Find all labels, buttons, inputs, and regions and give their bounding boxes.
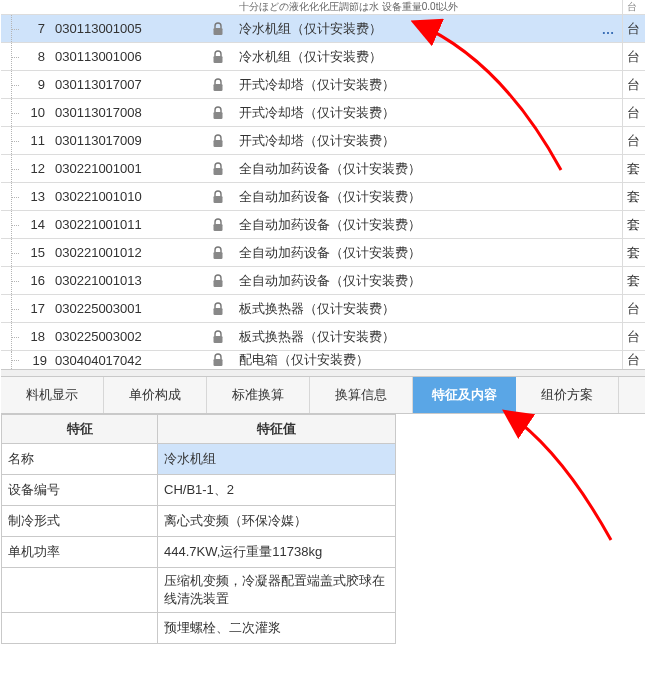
table-row-partial-bottom[interactable]: 19030404017042配电箱（仅计安装费）台 (1, 351, 645, 370)
row-unit: 台 (622, 99, 645, 127)
feature-value[interactable]: 预埋螺栓、二次灌浆 (158, 613, 396, 644)
lock-icon (201, 267, 235, 295)
row-desc[interactable]: 开式冷却塔（仅计安装费） (235, 127, 622, 155)
svg-rect-10 (214, 308, 223, 315)
feature-row[interactable]: 制冷形式离心式变频（环保冷媒） (2, 506, 396, 537)
row-seq: 7 (19, 15, 51, 43)
table-row[interactable]: 11030113017009开式冷却塔（仅计安装费）台 (1, 127, 645, 155)
lock-icon (201, 71, 235, 99)
feature-col-header[interactable]: 特征 (2, 415, 158, 444)
row-seq: 14 (19, 211, 51, 239)
lock-icon (201, 323, 235, 351)
feature-row[interactable]: 预埋螺栓、二次灌浆 (2, 613, 396, 644)
tree-toggle[interactable] (1, 15, 19, 43)
table-row[interactable]: 7030113001005冷水机组（仅计安装费）…台 (1, 15, 645, 43)
table-row[interactable]: 16030221001013全自动加药设备（仅计安装费）套 (1, 267, 645, 295)
row-unit: 台 (622, 15, 645, 43)
row-desc[interactable]: 全自动加药设备（仅计安装费） (235, 183, 622, 211)
feature-value[interactable]: 压缩机变频，冷凝器配置端盖式胶球在线清洗装置 (158, 568, 396, 613)
svg-rect-7 (214, 224, 223, 231)
svg-rect-8 (214, 252, 223, 259)
table-row[interactable]: 13030221001010全自动加药设备（仅计安装费）套 (1, 183, 645, 211)
feature-key: 制冷形式 (2, 506, 158, 537)
row-code: 030113001006 (51, 43, 201, 71)
row-desc[interactable]: 开式冷却塔（仅计安装费） (235, 71, 622, 99)
tab-4[interactable]: 特征及内容 (413, 377, 516, 413)
feature-value[interactable]: 444.7KW,运行重量11738kg (158, 537, 396, 568)
table-row[interactable]: 9030113017007开式冷却塔（仅计安装费）台 (1, 71, 645, 99)
row-code: 030221001001 (51, 155, 201, 183)
row-desc[interactable]: 板式换热器（仅计安装费） (235, 295, 622, 323)
row-unit: 套 (622, 239, 645, 267)
tree-toggle[interactable] (1, 323, 19, 351)
tree-toggle[interactable] (1, 71, 19, 99)
tab-0[interactable]: 料机显示 (1, 377, 104, 413)
tab-1[interactable]: 单价构成 (104, 377, 207, 413)
feature-key (2, 613, 158, 644)
table-row[interactable]: 17030225003001板式换热器（仅计安装费）台 (1, 295, 645, 323)
row-code: 030113017007 (51, 71, 201, 99)
row-desc[interactable]: 开式冷却塔（仅计安装费） (235, 99, 622, 127)
row-unit: 套 (622, 155, 645, 183)
row-desc[interactable]: 全自动加药设备（仅计安装费） (235, 239, 622, 267)
row-code: 030221001010 (51, 183, 201, 211)
feature-key: 单机功率 (2, 537, 158, 568)
lock-icon (201, 155, 235, 183)
feature-value[interactable]: CH/B1-1、2 (158, 475, 396, 506)
row-desc[interactable]: 全自动加药设备（仅计安装费） (235, 267, 622, 295)
lock-icon (201, 239, 235, 267)
tree-toggle[interactable] (1, 183, 19, 211)
row-seq: 17 (19, 295, 51, 323)
tree-toggle[interactable] (1, 239, 19, 267)
more-icon[interactable]: … (602, 21, 616, 36)
table-row[interactable]: 14030221001011全自动加药设备（仅计安装费）套 (1, 211, 645, 239)
feature-value[interactable]: 冷水机组 (158, 444, 396, 475)
feature-key (2, 568, 158, 613)
row-desc[interactable]: 板式换热器（仅计安装费） (235, 323, 622, 351)
svg-rect-1 (214, 56, 223, 63)
tab-2[interactable]: 标准换算 (207, 377, 310, 413)
feature-row[interactable]: 压缩机变频，冷凝器配置端盖式胶球在线清洗装置 (2, 568, 396, 613)
lock-icon (201, 99, 235, 127)
tree-toggle[interactable] (1, 43, 19, 71)
lock-icon (201, 43, 235, 71)
row-desc[interactable]: 全自动加药设备（仅计安装费） (235, 155, 622, 183)
row-seq: 15 (19, 239, 51, 267)
table-row[interactable]: 10030113017008开式冷却塔（仅计安装费）台 (1, 99, 645, 127)
row-seq: 13 (19, 183, 51, 211)
svg-rect-11 (214, 336, 223, 343)
tab-6[interactable]: 说明 (619, 377, 645, 413)
row-code: 030225003001 (51, 295, 201, 323)
row-desc[interactable]: 冷水机组（仅计安装费）… (235, 15, 622, 43)
row-seq: 10 (19, 99, 51, 127)
tab-5[interactable]: 组价方案 (516, 377, 619, 413)
tree-toggle[interactable] (1, 267, 19, 295)
table-row[interactable]: 18030225003002板式换热器（仅计安装费）台 (1, 323, 645, 351)
table-row-partial-top: 十分ほどの液化化化圧調節は水 设备重量0.0t以外台 (1, 0, 645, 15)
row-unit: 台 (622, 127, 645, 155)
tree-toggle[interactable] (1, 155, 19, 183)
tree-toggle[interactable] (1, 99, 19, 127)
tree-toggle[interactable] (1, 127, 19, 155)
row-desc[interactable]: 全自动加药设备（仅计安装费） (235, 211, 622, 239)
tab-3[interactable]: 换算信息 (310, 377, 413, 413)
row-seq: 16 (19, 267, 51, 295)
feature-value[interactable]: 离心式变频（环保冷媒） (158, 506, 396, 537)
row-seq: 18 (19, 323, 51, 351)
svg-rect-4 (214, 140, 223, 147)
items-grid[interactable]: 十分ほどの液化化化圧調節は水 设备重量0.0t以外台7030113001005冷… (1, 0, 645, 369)
feature-row[interactable]: 设备编号CH/B1-1、2 (2, 475, 396, 506)
row-desc[interactable]: 冷水机组（仅计安装费） (235, 43, 622, 71)
feature-table[interactable]: 特征 特征值 名称冷水机组设备编号CH/B1-1、2制冷形式离心式变频（环保冷媒… (1, 414, 396, 644)
table-row[interactable]: 15030221001012全自动加药设备（仅计安装费）套 (1, 239, 645, 267)
table-row[interactable]: 8030113001006冷水机组（仅计安装费）台 (1, 43, 645, 71)
tree-toggle[interactable] (1, 295, 19, 323)
tree-toggle[interactable] (1, 211, 19, 239)
row-code: 030221001012 (51, 239, 201, 267)
feature-row[interactable]: 名称冷水机组 (2, 444, 396, 475)
feature-row[interactable]: 单机功率444.7KW,运行重量11738kg (2, 537, 396, 568)
row-unit: 台 (622, 43, 645, 71)
lock-icon (201, 295, 235, 323)
value-col-header[interactable]: 特征值 (158, 415, 396, 444)
table-row[interactable]: 12030221001001全自动加药设备（仅计安装费）套 (1, 155, 645, 183)
